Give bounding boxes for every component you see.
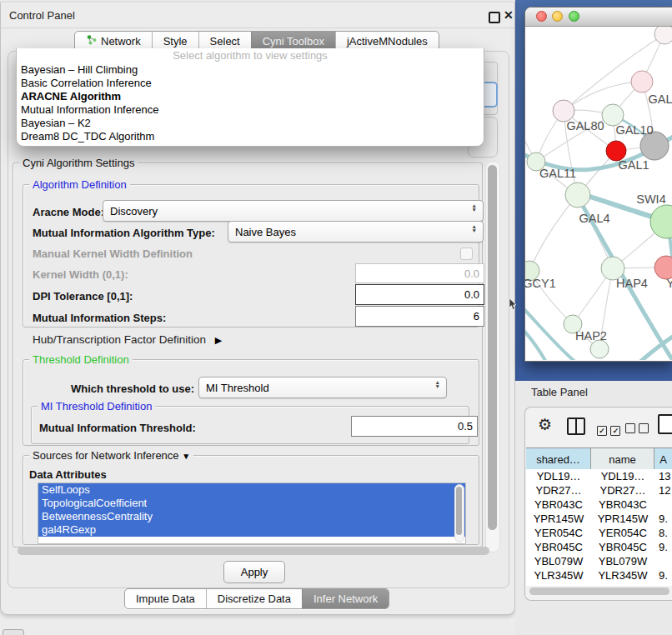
algorithm-option[interactable]: Mutual Information Inference — [17, 103, 484, 117]
float-window-icon[interactable] — [489, 12, 500, 23]
table-horizontal-scrollbar[interactable] — [529, 588, 669, 595]
split-columns-icon[interactable] — [567, 418, 585, 435]
algorithm-option[interactable]: Bayesian – Hill Climbing — [17, 63, 484, 77]
table-panel-title: Table Panel — [531, 386, 588, 398]
table-row[interactable]: YER054CYER054C8. — [526, 526, 672, 540]
algorithm-option[interactable]: Bayesian – K2 — [17, 117, 484, 130]
table-row[interactable]: YDR27…YDR27…12 — [526, 483, 672, 498]
table-header-cell[interactable]: shared… — [526, 448, 591, 470]
hide-columns-icon[interactable] — [625, 422, 649, 437]
settings-horizontal-scrollbar[interactable] — [18, 547, 489, 555]
algorithm-option[interactable]: ARACNE Algorithm — [17, 90, 484, 103]
table-cell: YBL079W — [591, 554, 654, 568]
table-header-cell[interactable]: name — [591, 448, 654, 470]
network-node-y[interactable] — [654, 256, 672, 279]
network-node[interactable] — [654, 27, 672, 44]
aracne-mode-label: Aracne Mode: — [33, 206, 104, 218]
sources-title-text: Sources for Network Inference — [33, 449, 179, 462]
network-edge[interactable] — [529, 195, 578, 271]
table-cell: YPR145W — [526, 512, 591, 526]
algorithm-dropdown[interactable]: Select algorithm to view settings Bayesi… — [16, 48, 484, 147]
table-row[interactable]: YBR043CYBR043C — [526, 498, 672, 512]
cyni-bottom-tabs: Impute DataDiscretize DataInfer Network — [124, 588, 389, 609]
table-cell: 13 — [654, 469, 672, 483]
network-node-label: GAL11 — [539, 167, 576, 180]
mi-type-combo[interactable]: Naive Bayes ▲▼ — [228, 221, 484, 242]
tab-impute-data[interactable]: Impute Data — [125, 589, 206, 608]
table-row[interactable]: YDL19…YDL19…13 — [526, 469, 672, 483]
gear-icon[interactable]: ⚙ — [538, 417, 552, 432]
stepper-arrows-icon: ▲▼ — [472, 224, 477, 232]
network-node-gal[interactable] — [631, 71, 653, 92]
table-header-cell[interactable]: A — [654, 448, 672, 470]
screen: Control Panel ✕ NetworkStyleSelectCyni T… — [0, 0, 672, 635]
table-cell: 9. — [654, 540, 672, 554]
attribute-item[interactable]: TopologicalCoefficient — [38, 497, 465, 510]
table-header-row: shared…nameA — [526, 448, 672, 471]
which-threshold-combo[interactable]: MI Threshold ▲▼ — [198, 377, 447, 398]
table-row[interactable]: YIL052CYIL052C9 — [526, 582, 672, 586]
attribute-item[interactable]: gal4RGexp — [38, 523, 465, 537]
dpi-tolerance-field[interactable]: 0.0 — [355, 284, 484, 305]
algorithm-option[interactable]: Dream8 DC_TDC Algorithm — [17, 130, 484, 143]
table-cell: 8. — [654, 526, 672, 540]
attributes-scrollbar[interactable] — [454, 484, 464, 542]
table-row[interactable]: YPR145WYPR145W9. — [526, 512, 672, 526]
zoom-traffic-light[interactable] — [569, 11, 579, 22]
show-columns-icon[interactable]: ✓ ✓ — [597, 422, 620, 437]
which-threshold-value: MI Threshold — [206, 382, 269, 394]
tab-label: Impute Data — [136, 589, 195, 608]
data-attributes-label: Data Attributes — [29, 468, 107, 481]
tab-discretize-data[interactable]: Discretize Data — [206, 589, 302, 608]
network-edge-highlighted[interactable] — [640, 335, 672, 360]
close-traffic-light[interactable] — [536, 11, 547, 22]
aracne-mode-combo[interactable]: Discovery ▲▼ — [103, 200, 484, 222]
data-attributes-list[interactable]: SelfLoopsTopologicalCoefficientBetweenne… — [38, 482, 466, 544]
apply-button[interactable]: Apply — [223, 561, 285, 583]
mi-steps-label: Mutual Information Steps: — [33, 312, 166, 324]
table-cell: YDR27… — [526, 483, 591, 498]
network-node-label: GAL10 — [615, 123, 653, 137]
table-cell: YER054C — [591, 526, 654, 540]
table-cell: YBR045C — [591, 540, 654, 554]
network-canvas[interactable]: GALGAL80GAL10GAL1GAL11GAL4SWI4GCY1HAP4YH… — [525, 27, 672, 360]
algorithm-option[interactable]: Basic Correlation Inference — [17, 77, 484, 90]
network-canvas-svg: GALGAL80GAL10GAL1GAL11GAL4SWI4GCY1HAP4YH… — [525, 27, 672, 360]
aracne-mode-value: Discovery — [110, 205, 158, 218]
table-cell — [654, 498, 672, 512]
collapsed-panel-button[interactable] — [3, 629, 24, 635]
tab-infer-network[interactable]: Infer Network — [302, 589, 389, 608]
network-node-label: Y — [666, 277, 672, 290]
control-panel-window: Control Panel ✕ NetworkStyleSelectCyni T… — [0, 2, 515, 615]
mi-threshold-group-title: MI Threshold Definition — [38, 400, 155, 412]
network-view-window: GALGAL80GAL10GAL1GAL11GAL4SWI4GCY1HAP4YH… — [524, 7, 672, 362]
table-cell: YLR345W — [526, 568, 591, 582]
minimize-traffic-light[interactable] — [552, 11, 563, 22]
table-row[interactable]: YBL079WYBL079W — [526, 554, 672, 568]
network-node-label: GAL4 — [579, 212, 609, 225]
table-row[interactable]: YLR345WYLR345W9. — [526, 568, 672, 582]
manual-kernel-label: Manual Kernel Width Definition — [33, 248, 193, 260]
mi-type-value: Naive Bayes — [235, 226, 296, 238]
table-row[interactable]: YBR045CYBR045C9. — [526, 540, 672, 554]
network-node-label: GAL1 — [618, 158, 649, 172]
network-edge[interactable] — [564, 82, 642, 111]
table-cell: YIL052C — [591, 582, 654, 586]
kernel-width-field[interactable]: 0.0 — [355, 263, 484, 283]
table-cell: YBR043C — [591, 498, 654, 512]
hub-definition-toggle[interactable]: Hub/Transcription Factor Definition ▶ — [33, 333, 222, 346]
mi-steps-field[interactable]: 6 — [355, 306, 484, 327]
manual-kernel-checkbox[interactable] — [460, 248, 473, 260]
sources-group-title[interactable]: Sources for Network Inference ▼ — [29, 449, 193, 462]
close-icon[interactable]: ✕ — [504, 8, 514, 22]
attribute-item[interactable]: BetweennessCentrality — [38, 510, 465, 523]
network-node-gal4[interactable] — [565, 182, 590, 208]
network-node[interactable] — [590, 340, 609, 358]
table-cell: YER054C — [526, 526, 591, 540]
network-window-titlebar[interactable] — [525, 8, 672, 27]
mi-threshold-field[interactable]: 0.5 — [351, 416, 478, 437]
attribute-item[interactable]: SelfLoops — [38, 483, 465, 497]
settings-vertical-scrollbar[interactable] — [485, 161, 500, 552]
table-cell: YBR045C — [526, 540, 591, 554]
document-icon[interactable] — [658, 414, 672, 434]
